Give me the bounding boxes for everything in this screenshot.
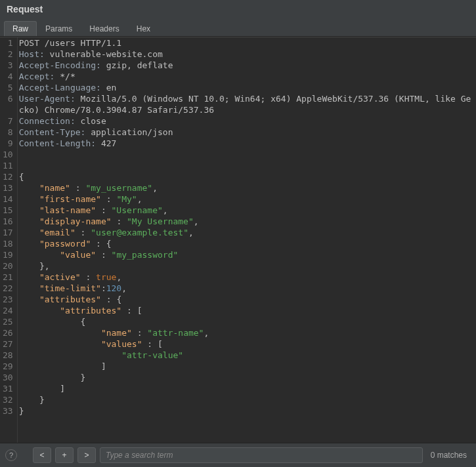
search-next-button[interactable]: >: [77, 447, 96, 463]
tab-raw[interactable]: Raw: [4, 21, 37, 36]
tab-headers[interactable]: Headers: [81, 21, 127, 36]
panel-title: Request: [0, 0, 476, 18]
tab-hex[interactable]: Hex: [128, 21, 159, 36]
tab-bar: Raw Params Headers Hex: [0, 18, 476, 37]
tab-params[interactable]: Params: [37, 21, 81, 36]
search-add-button[interactable]: +: [55, 447, 74, 463]
help-button[interactable]: ?: [5, 449, 17, 461]
footer-bar: ? < + > 0 matches: [0, 443, 476, 467]
search-matches-count: 0 matches: [427, 451, 471, 460]
search-prev-button[interactable]: <: [33, 447, 51, 463]
raw-editor[interactable]: 1234567891011121314151617181920212223242…: [0, 37, 476, 443]
raw-code[interactable]: POST /users HTTP/1.1Host: vulnerable-web…: [18, 37, 476, 443]
search-input[interactable]: [100, 447, 423, 463]
line-number-gutter: 1234567891011121314151617181920212223242…: [0, 37, 18, 443]
